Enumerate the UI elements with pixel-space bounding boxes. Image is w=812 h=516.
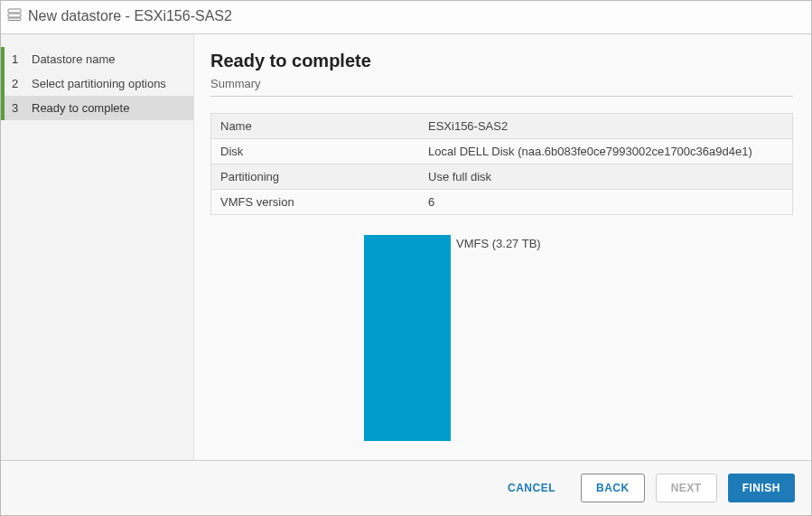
new-datastore-dialog: New datastore - ESXi156-SAS2 1 Datastore… <box>0 0 812 516</box>
step-number: 2 <box>12 77 26 90</box>
dialog-title: New datastore - ESXi156-SAS2 <box>28 8 232 24</box>
step-partitioning-options[interactable]: 2 Select partitioning options <box>1 71 193 96</box>
summary-part-key: Partitioning <box>211 164 419 189</box>
summary-vmfs-key: VMFS version <box>211 190 419 214</box>
summary-vmfs-val: 6 <box>419 190 792 214</box>
wizard-footer: CANCEL BACK NEXT FINISH <box>1 460 811 515</box>
step-label: Datastore name <box>32 52 116 66</box>
svg-rect-2 <box>8 18 21 21</box>
table-row: VMFS version 6 <box>211 190 792 214</box>
back-button[interactable]: BACK <box>581 474 645 502</box>
step-number: 3 <box>12 101 26 115</box>
summary-table: Name ESXi156-SAS2 Disk Local DELL Disk (… <box>210 113 793 215</box>
summary-disk-key: Disk <box>211 139 419 164</box>
table-row: Partitioning Use full disk <box>211 164 792 190</box>
summary-disk-val: Local DELL Disk (naa.6b083fe0ce7993002ce… <box>419 139 792 164</box>
disk-visualization: VMFS (3.27 TB) <box>364 235 793 441</box>
table-row: Name ESXi156-SAS2 <box>211 114 792 139</box>
summary-part-val: Use full disk <box>419 164 792 189</box>
wizard-sidebar: 1 Datastore name 2 Select partitioning o… <box>1 34 194 460</box>
datastore-icon <box>6 6 23 26</box>
page-title: Ready to complete <box>210 51 793 71</box>
finish-button[interactable]: FINISH <box>728 474 795 502</box>
table-row: Disk Local DELL Disk (naa.6b083fe0ce7993… <box>211 139 792 164</box>
titlebar: New datastore - ESXi156-SAS2 <box>1 1 811 34</box>
summary-name-val: ESXi156-SAS2 <box>419 114 792 138</box>
next-button: NEXT <box>656 474 717 502</box>
step-number: 1 <box>12 52 26 66</box>
step-label: Ready to complete <box>32 101 129 115</box>
step-ready-to-complete[interactable]: 3 Ready to complete <box>1 96 193 120</box>
dialog-body: 1 Datastore name 2 Select partitioning o… <box>1 34 811 460</box>
vmfs-partition-label: VMFS (3.27 TB) <box>456 237 541 250</box>
cancel-button[interactable]: CANCEL <box>493 474 570 502</box>
step-label: Select partitioning options <box>32 77 166 90</box>
step-datastore-name[interactable]: 1 Datastore name <box>1 47 193 71</box>
wizard-content: Ready to complete Summary Name ESXi156-S… <box>194 34 811 460</box>
summary-name-key: Name <box>211 114 419 138</box>
summary-heading: Summary <box>210 77 793 97</box>
vmfs-partition-block <box>364 235 451 441</box>
svg-rect-1 <box>8 14 21 17</box>
svg-rect-0 <box>8 9 21 13</box>
